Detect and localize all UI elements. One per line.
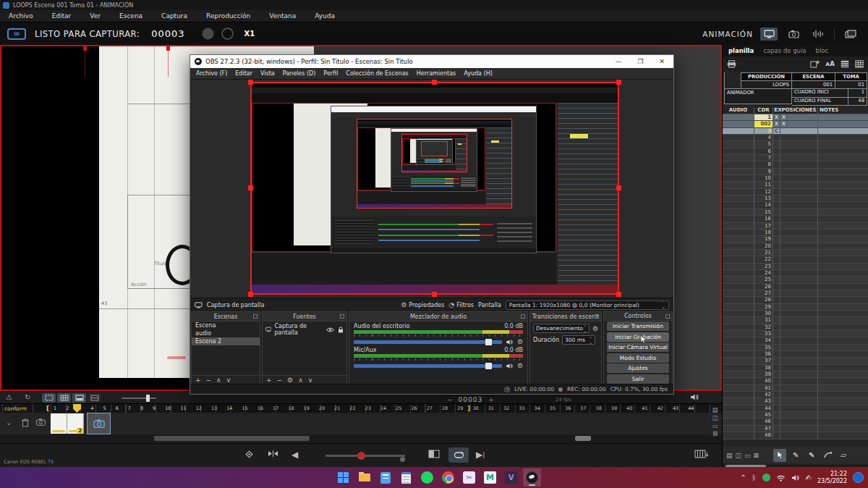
sheet-notes-cell[interactable]	[818, 148, 868, 154]
menu-item-escena[interactable]: Escena	[119, 12, 142, 20]
sheet-row[interactable]: 33	[723, 331, 868, 337]
tab-planilla[interactable]: planilla	[728, 47, 754, 54]
sheet-expo-cell[interactable]	[773, 256, 818, 262]
sheet-audio-cell[interactable]	[723, 243, 754, 249]
film-view-icon[interactable]: ▤	[712, 406, 718, 413]
animation-view-icon[interactable]	[760, 28, 778, 41]
sheet-expo-cell[interactable]	[773, 209, 818, 215]
sheet-notes-cell[interactable]	[818, 141, 868, 147]
ruler-frame-19[interactable]: 19	[304, 405, 310, 411]
sheet-row[interactable]: 11	[723, 182, 868, 188]
sheet-expo-cell[interactable]	[773, 202, 818, 208]
pencil-tool-button[interactable]: ✎	[789, 449, 802, 462]
sheet-cdr-cell[interactable]: 38	[754, 365, 773, 371]
menu-item-reproducción[interactable]: Reproducción	[206, 12, 250, 20]
lines-view-button[interactable]	[88, 393, 101, 403]
sheet-cdr-cell[interactable]: 20	[754, 243, 773, 249]
sheet-row[interactable]: 38	[723, 365, 868, 371]
sheet-notes-cell[interactable]	[818, 230, 868, 235]
obs-menu-item[interactable]: Paneles (D)	[283, 70, 316, 77]
sheet-audio-cell[interactable]	[723, 331, 754, 337]
sheet-audio-cell[interactable]	[723, 141, 754, 147]
obs-menu-item[interactable]: Editar	[235, 70, 252, 77]
sheet-audio-cell[interactable]	[723, 264, 754, 269]
crop-view-button[interactable]	[42, 393, 56, 403]
transitions-panel-header[interactable]: Transiciones de escena	[530, 312, 601, 321]
channel-gear-icon[interactable]: ⚙	[517, 338, 523, 345]
sheet-cdr-cell[interactable]: 12	[754, 189, 773, 195]
frame-step-up-button[interactable]: +	[488, 396, 494, 403]
sheet-expo-cell[interactable]	[773, 155, 818, 161]
sheet-row[interactable]: 42	[723, 392, 868, 398]
sheet-cdr-cell[interactable]: 10	[754, 175, 773, 181]
ruler-frame-39[interactable]: 39	[611, 405, 617, 411]
sheet-expo-cell[interactable]	[773, 223, 818, 229]
region-handle[interactable]	[432, 80, 437, 85]
exposure-multiplier[interactable]: X1	[244, 30, 255, 38]
sheet-audio-cell[interactable]	[723, 256, 754, 262]
sheet-row[interactable]: 34	[723, 337, 868, 344]
sheet-row[interactable]: 12	[723, 189, 868, 195]
sheet-expo-cell[interactable]	[773, 175, 818, 181]
sheet-audio-cell[interactable]	[723, 195, 754, 201]
mixer-panel-header[interactable]: Mezclador de audio	[349, 312, 527, 321]
bracket-view-icon[interactable]: ◫	[712, 414, 718, 421]
ruler-frame-5[interactable]: 5	[103, 405, 106, 411]
volume-slider-handle[interactable]	[485, 363, 492, 369]
sheet-row[interactable]: 48	[723, 432, 868, 439]
sheet-notes-cell[interactable]	[818, 358, 868, 363]
sheet-audio-cell[interactable]	[723, 426, 754, 432]
sheet-expo-cell[interactable]	[773, 290, 818, 296]
remove-source-button[interactable]: −	[277, 376, 283, 384]
curve-tool-button[interactable]	[821, 449, 834, 462]
sheet-row[interactable]: 30	[723, 311, 868, 317]
sheet-audio-cell[interactable]	[723, 418, 754, 424]
camera-view-icon[interactable]	[785, 28, 802, 41]
sheet-audio-cell[interactable]	[723, 351, 754, 357]
sheet-notes-cell[interactable]	[818, 311, 868, 316]
sheet-cdr-cell[interactable]: 7	[754, 155, 773, 161]
speed-slider-knob[interactable]	[357, 452, 365, 460]
source-item[interactable]: Captura de pantalla	[263, 321, 346, 337]
sheet-cdr-cell[interactable]: 33	[754, 331, 773, 337]
timeline-speaker-icon[interactable]	[690, 393, 699, 401]
sheet-expo-cell[interactable]	[773, 412, 818, 418]
sheet-cdr-cell[interactable]: 44	[754, 405, 773, 411]
ruler-frame-33[interactable]: 33	[519, 405, 524, 411]
obs-menu-item[interactable]: Vista	[260, 70, 275, 77]
sheet-cdr-cell[interactable]: 26	[754, 284, 773, 290]
ruler-frame-8[interactable]: 8	[140, 405, 143, 411]
region-handle[interactable]	[248, 185, 253, 190]
sheet-cdr-cell[interactable]: 14	[754, 202, 773, 208]
region-handle[interactable]	[432, 292, 437, 297]
sheet-audio-cell[interactable]	[723, 317, 754, 323]
ruler-frame-21[interactable]: 21	[334, 405, 340, 411]
obs-menu-item[interactable]: Archivo (F)	[196, 70, 227, 77]
sheet-notes-cell[interactable]	[818, 114, 868, 120]
sheet-notes-cell[interactable]	[818, 264, 868, 269]
sheet-notes-cell[interactable]	[818, 304, 868, 310]
source-up-button[interactable]: ∧	[298, 376, 303, 384]
sheet-audio-cell[interactable]	[723, 398, 754, 404]
sheet-row[interactable]: 14	[723, 202, 868, 209]
sheet-audio-cell[interactable]	[723, 385, 754, 391]
loop-end-bracket[interactable]: ]	[467, 405, 470, 412]
sheet-notes-cell[interactable]	[818, 175, 868, 181]
region-handle[interactable]	[616, 185, 621, 190]
sheet-expo-cell[interactable]	[773, 141, 818, 147]
ruler-frame-34[interactable]: 34	[535, 405, 540, 411]
sheet-expo-cell[interactable]	[773, 270, 818, 276]
sheet-notes-cell[interactable]	[818, 317, 868, 323]
sheet-expo-cell[interactable]	[773, 230, 818, 235]
menu-item-archivo[interactable]: Archivo	[9, 12, 33, 20]
sheet-cdr-cell[interactable]: 9	[754, 169, 773, 174]
sheet-expo-cell[interactable]	[773, 243, 818, 249]
obs-control-ajustes[interactable]: Ajustes	[607, 363, 669, 373]
menu-item-editar[interactable]: Editar	[52, 12, 72, 20]
sheet-cdr-cell[interactable]: 24	[754, 270, 773, 276]
transition-select[interactable]: Desvanecimiento⌃⌄	[533, 324, 590, 333]
frame-thumbnail-1[interactable]	[51, 413, 67, 434]
sheet-audio-cell[interactable]	[723, 148, 754, 154]
sheet-notes-cell[interactable]	[818, 412, 868, 418]
sheet-audio-cell[interactable]	[723, 216, 754, 222]
